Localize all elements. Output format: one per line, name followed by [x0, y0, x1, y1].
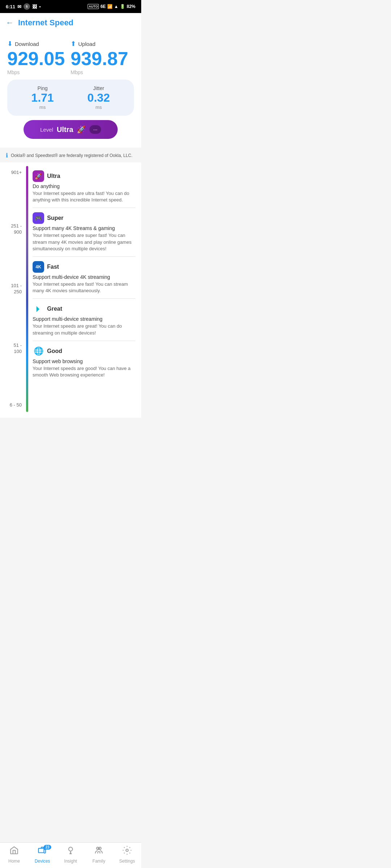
- battery-percent: 82%: [127, 4, 135, 9]
- range-labels: 901+ 251 -900 101 -250 51 -100 6 - 50: [6, 166, 22, 412]
- level-label: Level: [40, 127, 53, 133]
- signal-icon: ▲: [114, 4, 118, 9]
- network-icon: 6E: [100, 4, 106, 9]
- fast-desc-body: Your Internet speeds are fast! You can s…: [33, 281, 135, 294]
- status-bar: 6:11 ✉ 5 🖼 ● AUTO 6E 📶 ▲ 🔋 82%: [0, 0, 141, 13]
- super-desc-title: Support many 4K Streams & gaming: [33, 225, 135, 231]
- level-value: Ultra: [57, 125, 73, 134]
- page-header: ← Internet Speed: [0, 13, 141, 33]
- good-desc-title: Support web browsing: [33, 358, 135, 364]
- page-title: Internet Speed: [18, 18, 73, 27]
- jitter-label: Jitter: [87, 85, 110, 91]
- range-great: 51 -100: [6, 342, 22, 355]
- upload-label: ⬆ Upload: [71, 40, 134, 48]
- jitter-value: 0.32: [87, 91, 110, 105]
- levels-list: 🚀 Ultra Do anything Your Internet speeds…: [33, 166, 135, 412]
- ping-value: 1.71: [31, 91, 54, 105]
- ping-col: Ping 1.71 ms: [31, 85, 54, 110]
- ultra-name: Ultra: [47, 173, 60, 179]
- range-ultra: 901+: [6, 170, 22, 176]
- download-label: ⬇ Download: [7, 40, 71, 48]
- fast-desc-title: Support multi-device 4K streaming: [33, 274, 135, 280]
- status-left: 6:11 ✉ 5 🖼 ●: [6, 3, 41, 10]
- download-value: 929.05: [7, 49, 71, 68]
- upload-unit: Mbps: [71, 69, 134, 75]
- great-desc-body: Your Internet speeds are great! You can …: [33, 323, 135, 336]
- fast-name: Fast: [47, 264, 59, 270]
- levels-card: 901+ 251 -900 101 -250 51 -100 6 - 50 🚀 …: [0, 162, 141, 418]
- list-item: 🎮 Super Support many 4K Streams & gaming…: [33, 208, 135, 256]
- info-text: Ookla® and Speedtest® are federally regi…: [11, 153, 133, 158]
- ping-jitter-box: Ping 1.71 ms Jitter 0.32 ms: [7, 80, 134, 116]
- level-header-fast: 4K Fast: [33, 261, 135, 273]
- speed-bar-track: [26, 166, 28, 412]
- jitter-col: Jitter 0.32 ms: [87, 85, 110, 110]
- download-col: ⬇ Download 929.05 Mbps: [7, 40, 71, 75]
- upload-value: 939.87: [71, 49, 134, 68]
- download-icon: ⬇: [7, 40, 13, 48]
- info-note: ℹ Ookla® and Speedtest® are federally re…: [0, 148, 141, 162]
- ultra-desc-title: Do anything: [33, 183, 135, 189]
- download-unit: Mbps: [7, 69, 71, 75]
- info-icon: ℹ: [6, 152, 8, 159]
- battery-icon: 🔋: [120, 4, 125, 9]
- back-button[interactable]: ←: [6, 18, 14, 27]
- good-desc-body: Your Internet speeds are good! You can h…: [33, 365, 135, 378]
- super-desc-body: Your Internet speeds are super fast! You…: [33, 232, 135, 252]
- level-header-ultra: 🚀 Ultra: [33, 170, 135, 182]
- upload-col: ⬆ Upload 939.87 Mbps: [71, 40, 134, 75]
- levels-container: 901+ 251 -900 101 -250 51 -100 6 - 50 🚀 …: [6, 166, 135, 412]
- great-name: Great: [47, 306, 62, 312]
- more-dots[interactable]: ···: [89, 125, 101, 134]
- speed-row: ⬇ Download 929.05 Mbps ⬆ Upload 939.87 M…: [7, 40, 134, 75]
- good-name: Good: [47, 348, 62, 354]
- great-desc-title: Support multi-device streaming: [33, 316, 135, 322]
- status-right: AUTO 6E 📶 ▲ 🔋 82%: [88, 4, 135, 9]
- level-header-great: ⏵ Great: [33, 303, 135, 315]
- range-fast: 101 -250: [6, 283, 22, 295]
- level-button[interactable]: Level Ultra 🚀 ···: [24, 120, 118, 139]
- list-item: 4K Fast Support multi-device 4K streamin…: [33, 256, 135, 298]
- status-time: 6:11: [6, 4, 15, 9]
- mail-icon: ✉: [17, 4, 21, 9]
- wifi-icon: 📶: [107, 4, 113, 9]
- auto-icon: AUTO: [88, 4, 99, 9]
- image-icon: 🖼: [32, 4, 37, 9]
- fast-icon: 4K: [33, 261, 44, 273]
- jitter-unit: ms: [87, 105, 110, 110]
- upload-icon: ⬆: [71, 40, 76, 48]
- list-item: ⏵ Great Support multi-device streaming Y…: [33, 298, 135, 340]
- super-name: Super: [47, 215, 63, 221]
- super-icon: 🎮: [33, 212, 44, 224]
- app-icon-500: 5: [24, 3, 30, 10]
- level-header-good: 🌐 Good: [33, 345, 135, 357]
- good-icon: 🌐: [33, 345, 44, 357]
- speed-card: ⬇ Download 929.05 Mbps ⬆ Upload 939.87 M…: [0, 33, 141, 148]
- range-good: 6 - 50: [6, 402, 22, 408]
- ultra-desc-body: Your Internet speeds are ultra fast! You…: [33, 190, 135, 203]
- ultra-icon: 🚀: [33, 170, 44, 182]
- range-super: 251 -900: [6, 223, 22, 235]
- ping-label: Ping: [31, 85, 54, 91]
- dot-icon: ●: [39, 5, 41, 8]
- list-item: 🚀 Ultra Do anything Your Internet speeds…: [33, 166, 135, 208]
- rocket-icon: 🚀: [77, 125, 86, 134]
- level-header-super: 🎮 Super: [33, 212, 135, 224]
- great-icon: ⏵: [33, 303, 44, 315]
- ping-unit: ms: [31, 105, 54, 110]
- list-item: 🌐 Good Support web browsing Your Interne…: [33, 341, 135, 383]
